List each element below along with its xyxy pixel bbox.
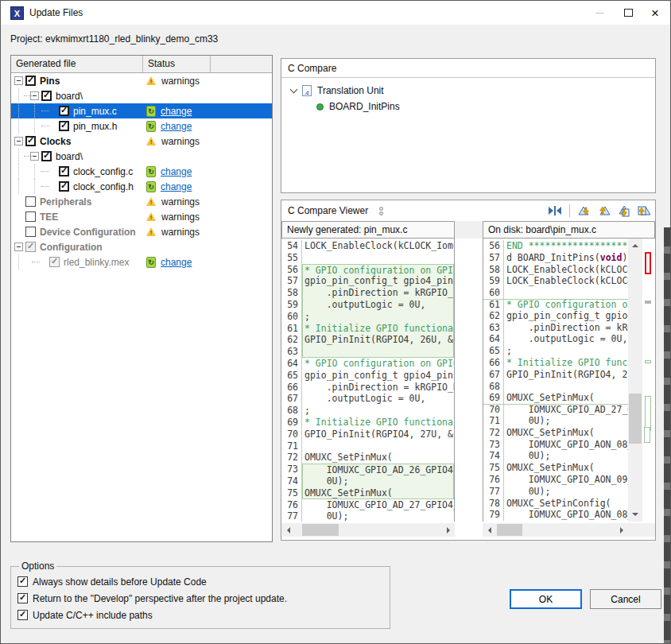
previous-change-icon[interactable] — [636, 204, 652, 218]
maximize-button[interactable] — [618, 4, 638, 21]
option-checkbox[interactable]: ✓ — [17, 593, 28, 603]
row-checkbox[interactable]: ✓ — [25, 76, 36, 86]
board-initpins-row[interactable]: BOARD_InitPins — [281, 99, 655, 114]
change-link[interactable]: change — [161, 166, 192, 177]
vertical-scrollbar[interactable] — [628, 239, 642, 522]
scroll-down-arrow[interactable] — [628, 508, 642, 522]
c-compare-title: C Compare — [281, 59, 655, 78]
row-checkbox[interactable]: ✓ — [49, 257, 60, 267]
scroll-left-arrow[interactable] — [281, 523, 294, 537]
tree-row-clock-config-h[interactable]: ✓clock_config.h↻change — [11, 179, 272, 194]
diff-marker-red[interactable] — [645, 252, 651, 274]
code-line: 66* Initialize GPIO functi — [483, 357, 628, 369]
tree-row-clocks[interactable]: ✓Clocks!warnings — [11, 134, 272, 149]
tree-row-clock-config-c[interactable]: ✓clock_config.c↻change — [11, 164, 272, 179]
next-change-icon[interactable] — [616, 204, 632, 218]
line-number: 79 — [483, 509, 504, 521]
change-icon: ↻ — [146, 121, 156, 132]
collapse-toggle-icon[interactable] — [14, 137, 23, 145]
tree-row-pins[interactable]: ✓Pins!warnings — [11, 73, 272, 88]
right-code-pane[interactable]: 56END *********************57d BOARD_Ini… — [483, 239, 628, 522]
ok-button[interactable]: OK — [510, 589, 582, 609]
left-horizontal-scrollbar[interactable] — [281, 523, 455, 537]
left-code-pane[interactable]: 54LOCK_EnableClock(kCLOCK_Iomu5556* GPIO… — [281, 239, 455, 522]
left-hscroll-track[interactable] — [294, 523, 442, 537]
line-number: 58 — [483, 264, 504, 276]
row-checkbox[interactable]: ✓ — [41, 91, 52, 101]
row-checkbox[interactable]: ✓ — [59, 106, 69, 116]
next-difference-icon[interactable] — [576, 204, 592, 218]
line-number: 60 — [281, 311, 302, 323]
collapse-toggle-icon[interactable] — [14, 242, 23, 251]
option-checkbox[interactable]: ✓ — [17, 576, 28, 587]
row-checkbox[interactable]: ✓ — [59, 121, 69, 131]
tree-guide-line — [18, 149, 19, 164]
code-line: 61* GPIO configuration on — [483, 299, 628, 310]
right-hscroll-track[interactable] — [495, 523, 615, 537]
row-checkbox[interactable]: ✓ — [59, 166, 69, 177]
tree-row-pin-mux-c[interactable]: ✓pin_mux.c↻change — [11, 103, 272, 118]
option-label: Return to the "Develop" perspective afte… — [33, 593, 287, 604]
tree-row-pin-mux-h[interactable]: ✓pin_mux.h↻change — [11, 118, 272, 134]
line-number: 69 — [483, 392, 504, 404]
vertical-scroll-thumb[interactable] — [629, 394, 642, 444]
code-line: 57d BOARD_InitPins(void) { — [483, 252, 628, 264]
diff-marker-green-small[interactable] — [645, 360, 651, 363]
line-text: END ********************* — [504, 240, 628, 252]
line-number: 71 — [281, 440, 302, 452]
collapse-toggle-icon[interactable] — [14, 76, 23, 85]
previous-difference-icon[interactable] — [596, 204, 612, 218]
tree-row-device-configuration[interactable]: Device Configuration!warnings — [11, 224, 272, 239]
chevron-down-icon[interactable] — [290, 85, 298, 93]
scroll-right-arrow[interactable] — [615, 523, 628, 537]
scroll-right-arrow[interactable] — [442, 523, 455, 537]
scroll-left-arrow[interactable] — [483, 523, 495, 537]
minimize-button[interactable] — [589, 4, 610, 21]
tree-label: Peripherals — [40, 196, 91, 208]
change-link[interactable]: change — [161, 257, 192, 268]
diff-marker-gray[interactable] — [645, 301, 651, 304]
tree-row-board[interactable]: ✓board\ — [11, 88, 272, 103]
line-number: 76 — [483, 474, 504, 486]
project-label: Project: evkmimxrt1180_rled_blinky_demo_… — [10, 33, 218, 45]
cancel-button[interactable]: Cancel — [590, 589, 661, 609]
code-line: 65gpio_pin_config_t gpio4_pin — [281, 370, 454, 382]
tree-guide-line — [34, 103, 35, 118]
handle-dots-icon[interactable] — [379, 207, 383, 215]
diff-marker-green-large[interactable] — [645, 396, 651, 431]
scroll-up-arrow[interactable] — [628, 239, 642, 252]
tree-guide-line — [34, 179, 35, 194]
row-checkbox[interactable] — [25, 196, 36, 207]
tree-row-tee[interactable]: TEE!warnings — [11, 209, 272, 224]
tree-label: board\ — [56, 151, 83, 162]
options-legend: Options — [19, 561, 56, 572]
row-checkbox[interactable] — [25, 211, 36, 222]
column-header-generated-file[interactable]: Generated file — [11, 56, 143, 72]
change-link[interactable]: change — [161, 181, 192, 192]
code-line: 58 .pinDirection = kRGPIO_Di — [281, 287, 454, 299]
right-hscroll-thumb[interactable] — [497, 524, 522, 536]
tree-row-peripherals[interactable]: Peripherals!warnings — [11, 194, 272, 209]
tree-row-configuration[interactable]: ✓Configuration — [11, 239, 272, 254]
row-checkbox[interactable]: ✓ — [59, 181, 69, 192]
tree-row-rled-blinky-mex[interactable]: ✓rled_blinky.mex↻change — [11, 254, 272, 270]
row-checkbox[interactable]: ✓ — [25, 136, 36, 146]
right-horizontal-scrollbar[interactable] — [483, 523, 628, 537]
row-checkbox[interactable]: ✓ — [25, 242, 36, 252]
diff-marker-green-medium[interactable] — [644, 427, 650, 443]
translation-unit-row[interactable]: .c Translation Unit — [281, 83, 655, 99]
mirror-view-icon[interactable] — [547, 204, 563, 218]
line-text: OMUXC_SetPinConfig( — [504, 498, 628, 510]
column-header-status[interactable]: Status — [143, 56, 211, 72]
tree-guide-line — [24, 95, 32, 96]
left-hscroll-thumb[interactable] — [302, 524, 339, 536]
row-checkbox[interactable] — [25, 227, 36, 237]
change-link[interactable]: change — [161, 106, 192, 117]
option-checkbox[interactable]: ✓ — [17, 610, 28, 620]
change-link[interactable]: change — [161, 121, 192, 132]
row-checkbox[interactable]: ✓ — [41, 151, 52, 161]
tree-row-board[interactable]: ✓board\ — [11, 149, 272, 164]
close-icon[interactable]: × — [645, 4, 665, 21]
tree-guide-line — [34, 164, 35, 179]
line-text: * GPIO configuration on GPIO — [302, 358, 454, 370]
